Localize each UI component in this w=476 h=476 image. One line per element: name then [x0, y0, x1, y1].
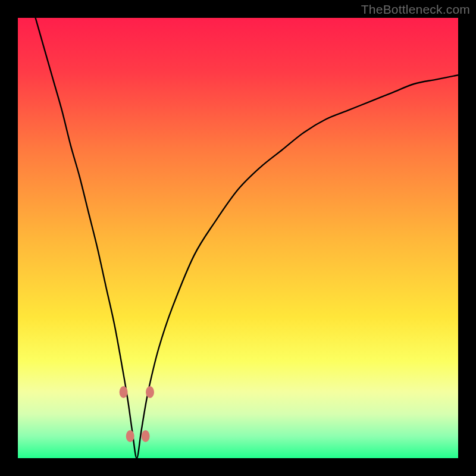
chart-frame: TheBottleneck.com [0, 0, 476, 476]
right-lower-node [142, 430, 150, 442]
curve-layer [18, 18, 458, 458]
plot-area [18, 18, 458, 458]
bottleneck-curve [36, 18, 458, 458]
right-upper-node [146, 386, 154, 398]
left-upper-node [120, 386, 128, 398]
watermark-text: TheBottleneck.com [361, 2, 470, 17]
marker-layer [120, 386, 154, 442]
left-lower-node [126, 430, 134, 442]
